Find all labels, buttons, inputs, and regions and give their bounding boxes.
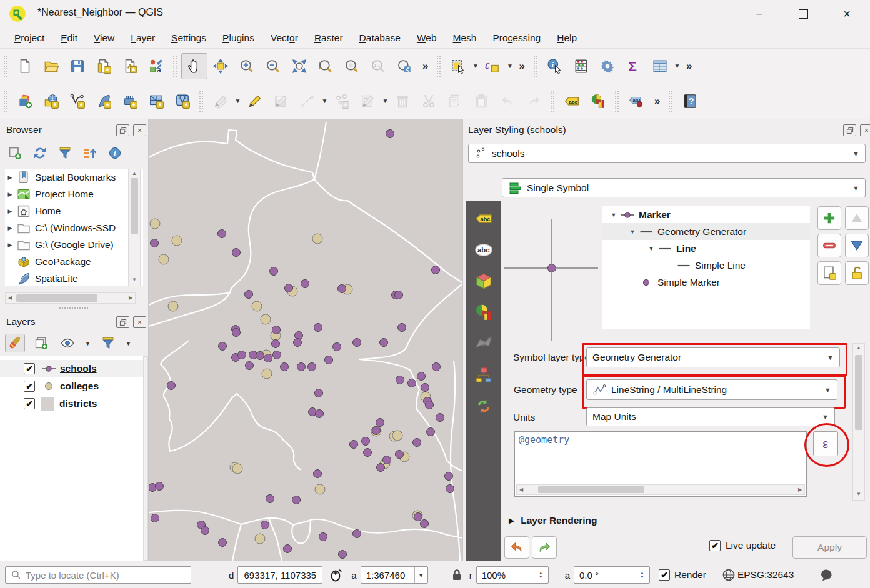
expander-icon[interactable]: ▼: [628, 229, 638, 235]
processing-toolbox-button[interactable]: [594, 53, 621, 79]
duplicate-symbol-layer-button[interactable]: [818, 261, 841, 285]
minimize-button[interactable]: –: [745, 1, 774, 26]
digitize-with-segment-button[interactable]: [294, 88, 321, 114]
browser-vscrollbar[interactable]: ▲ ▼: [128, 169, 141, 286]
menu-settings[interactable]: Settings: [163, 30, 214, 46]
expression-editor[interactable]: @geometry ◀ ▶: [514, 431, 807, 497]
toolbar-grip[interactable]: [4, 56, 8, 77]
toolbar-grip[interactable]: [551, 91, 554, 112]
current-edits-button[interactable]: [208, 88, 234, 114]
menu-processing[interactable]: Processing: [484, 30, 549, 46]
locate-search-input[interactable]: Type to locate (Ctrl+K): [5, 566, 191, 584]
zoom-full-button[interactable]: [286, 53, 312, 79]
identify-features-button[interactable]: i: [542, 53, 568, 79]
remove-symbol-layer-button[interactable]: [818, 234, 841, 257]
filter-browser-button[interactable]: [55, 144, 75, 162]
browser-float-button[interactable]: [116, 124, 129, 136]
expander-icon[interactable]: ▼: [646, 246, 656, 252]
browser-item-g-google-drive-[interactable]: ▶G:\ (Google Drive): [5, 236, 143, 253]
messages-icon[interactable]: [819, 567, 834, 582]
layer-labeling-button[interactable]: abc: [559, 88, 585, 114]
toolbar-grip[interactable]: [669, 91, 672, 112]
expression-hscrollbar[interactable]: ◀ ▶: [516, 484, 805, 495]
layers-vscrollbar[interactable]: [143, 356, 148, 561]
attribute-table-button[interactable]: [647, 53, 673, 79]
toggle-editing-button[interactable]: [242, 88, 268, 114]
maximize-button[interactable]: [789, 1, 818, 26]
layer-row-districts[interactable]: ✔districts: [0, 395, 143, 412]
new-project-button[interactable]: [12, 53, 38, 79]
toolbar-grip[interactable]: [173, 56, 177, 77]
menu-database[interactable]: Database: [351, 30, 409, 46]
browser-item-project-home[interactable]: ▶Project Home: [5, 186, 143, 202]
redo-button[interactable]: [521, 88, 547, 114]
style-history-tab[interactable]: [472, 364, 495, 386]
data-source-manager-button[interactable]: [12, 88, 38, 114]
symbol-tree-geometry-generator[interactable]: ▼Geometry Generator: [602, 223, 810, 240]
toolbar-overflow-button[interactable]: »: [418, 60, 433, 72]
toolbar-grip[interactable]: [615, 91, 619, 112]
coordinate-input[interactable]: 693317, 1107335: [238, 566, 322, 584]
close-button[interactable]: ×: [832, 1, 861, 26]
styling-vscrollbar[interactable]: ▲ ▼: [852, 343, 865, 501]
menu-layer[interactable]: Layer: [122, 30, 163, 46]
show-layout-manager-button[interactable]: [117, 53, 143, 79]
zoom-to-selection-button[interactable]: [312, 53, 339, 79]
mask-tab[interactable]: abc: [472, 239, 495, 261]
cut-features-button[interactable]: [416, 88, 442, 114]
diagrams-tab[interactable]: [472, 301, 495, 324]
menu-plugins[interactable]: Plugins: [214, 30, 262, 46]
add-group-button[interactable]: [31, 334, 51, 352]
tab-symbology[interactable]: [469, 177, 497, 202]
attribute-table-dropdown-arrow[interactable]: ▼: [673, 62, 681, 69]
toolbar-overflow-button[interactable]: »: [514, 60, 529, 72]
map-canvas[interactable]: [148, 119, 463, 561]
field-calculator-button[interactable]: [568, 53, 594, 79]
open-layer-styling-button[interactable]: [5, 334, 25, 352]
expander-icon[interactable]: ▶: [5, 191, 15, 197]
menu-edit[interactable]: Edit: [52, 30, 86, 46]
live-update-checkbox[interactable]: ✔Live update: [709, 540, 776, 551]
crs-status[interactable]: EPSG:32643: [738, 569, 794, 581]
apply-button[interactable]: Apply: [792, 536, 867, 559]
expander-icon[interactable]: ▶: [5, 208, 15, 214]
expression-builder-button[interactable]: ε: [813, 431, 838, 456]
menu-help[interactable]: Help: [549, 30, 585, 46]
select-by-expression-button[interactable]: ε: [479, 53, 506, 79]
lock-colors-button[interactable]: [845, 261, 869, 285]
zoom-in-button[interactable]: [234, 53, 260, 79]
move-down-button[interactable]: [845, 234, 869, 257]
select-by-expression-dropdown-arrow[interactable]: ▼: [506, 62, 514, 69]
toolbar-grip[interactable]: [534, 56, 538, 77]
layer-rendering-expander[interactable]: ▶ Layer Rendering: [509, 515, 598, 526]
browser-item-spatial-bookmarks[interactable]: ▶Spatial Bookmarks: [5, 169, 143, 186]
modify-attributes-dropdown-arrow[interactable]: ▼: [381, 97, 389, 104]
add-symbol-layer-button[interactable]: [818, 206, 841, 230]
filter-legend-dropdown-arrow[interactable]: ▼: [124, 340, 132, 347]
scale-lock-icon[interactable]: [449, 567, 464, 582]
save-edits-button[interactable]: [268, 88, 294, 114]
layer-row-schools[interactable]: ✔schools: [0, 360, 143, 377]
extents-toggle-icon[interactable]: [329, 567, 344, 582]
layer-diagram-button[interactable]: [585, 88, 611, 114]
expander-icon[interactable]: ▶: [5, 225, 15, 231]
undo-button[interactable]: [494, 88, 521, 114]
save-project-button[interactable]: [64, 53, 91, 79]
scale-combo[interactable]: 1:367460 ▼: [361, 566, 428, 584]
select-features-button[interactable]: [445, 53, 471, 79]
mesh-tab[interactable]: [472, 332, 495, 355]
styling-close-button[interactable]: ×: [860, 124, 870, 136]
menu-view[interactable]: View: [86, 30, 122, 46]
add-geopackage-layer-button[interactable]: [91, 88, 117, 114]
symbol-tree-line[interactable]: ▼Line: [602, 240, 810, 257]
filter-legend-button[interactable]: [98, 334, 118, 352]
collapse-all-button[interactable]: [80, 144, 100, 162]
copy-features-button[interactable]: [442, 88, 468, 114]
expander-icon[interactable]: ▼: [609, 212, 619, 218]
styling-float-button[interactable]: [843, 124, 856, 136]
move-label-button[interactable]: ab: [623, 88, 649, 114]
digitize-with-segment-dropdown-arrow[interactable]: ▼: [321, 97, 329, 104]
browser-close-button[interactable]: ×: [133, 124, 146, 136]
zoom-last-button[interactable]: [391, 53, 418, 79]
paste-features-button[interactable]: [468, 88, 494, 114]
